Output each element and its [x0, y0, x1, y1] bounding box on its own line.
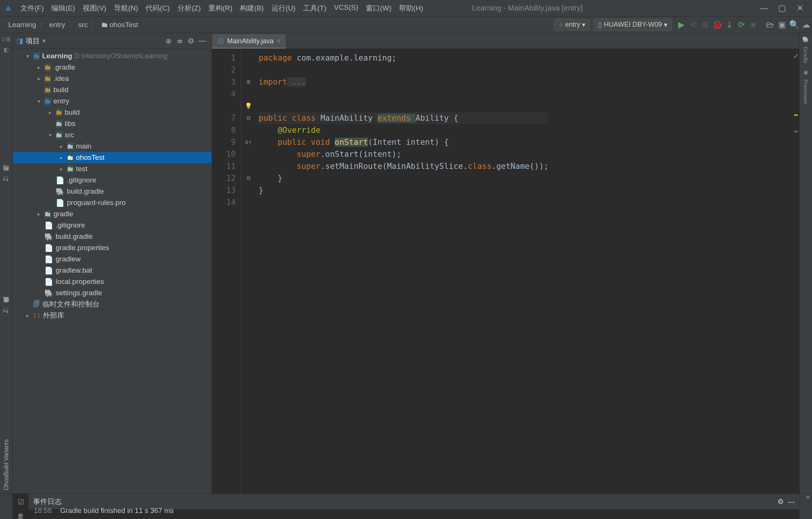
gradle-icon: 🐘: [56, 187, 65, 196]
file-icon: 📄: [56, 176, 65, 185]
fold-icon[interactable]: ⊟: [241, 172, 256, 184]
deveco-logo-icon: [5, 5, 12, 12]
breadcrumb-item[interactable]: Learning: [6, 21, 38, 29]
folder-icon: 🖿: [56, 131, 62, 139]
settings-gear-icon[interactable]: ⚙: [185, 36, 197, 46]
menu-item[interactable]: 代码(C): [142, 3, 173, 13]
tree-node[interactable]: 🐘settings.gradle: [13, 287, 212, 299]
breadcrumb-item[interactable]: 🖿ohosTest: [99, 21, 141, 29]
device-selector[interactable]: ▯ HUAWEI DBY-W09 ▾: [593, 19, 672, 31]
tree-node[interactable]: 📄.gitignore: [13, 220, 212, 231]
menu-item[interactable]: 帮助(H): [395, 3, 427, 13]
tree-node-selected[interactable]: ▸🖿ohosTest: [13, 152, 212, 163]
log-entry: 18:58Gradle build finished in 11 s 367 m…: [34, 503, 794, 519]
expand-all-icon[interactable]: ≑: [174, 36, 185, 46]
breadcrumb-item[interactable]: entry: [47, 21, 67, 29]
attach-debug-button[interactable]: ⤓: [723, 20, 735, 30]
menu-item[interactable]: 视图(V): [79, 3, 110, 13]
select-opened-file-icon[interactable]: ⊕: [163, 36, 174, 46]
tree-node[interactable]: ▸🖿gradle: [13, 208, 212, 220]
search-everywhere-icon[interactable]: 🔍: [788, 20, 800, 30]
tree-node-scratches[interactable]: 🗐临时文件和控制台: [13, 299, 212, 310]
navigation-bar: Learning〉 entry〉 src〉 🖿ohosTest ⟐ entry …: [0, 17, 812, 33]
menu-item[interactable]: VCS(S): [330, 3, 362, 13]
favorites-tool-stripe[interactable]: Z:收藏夹: [2, 308, 10, 313]
clear-icon[interactable]: 🗑: [17, 512, 24, 519]
gradle-tool-stripe-icon[interactable]: 🐘: [802, 36, 809, 43]
tree-node[interactable]: ▾🖿src: [13, 129, 212, 141]
run-button[interactable]: ▶: [675, 20, 687, 30]
open-project-icon[interactable]: 🗁: [764, 20, 776, 30]
breadcrumb-item[interactable]: src: [76, 21, 90, 29]
soft-wrap-icon[interactable]: ☑: [18, 498, 24, 506]
tree-node[interactable]: 🖿libs: [13, 118, 212, 129]
tree-node[interactable]: ▸🖿build: [13, 107, 212, 118]
previewer-tool-stripe[interactable]: Previewer: [803, 79, 809, 105]
structure-tool-stripe[interactable]: Z:结构: [2, 176, 10, 181]
gradle-icon: 🐘: [44, 289, 53, 297]
project-tool-stripe-numeric[interactable]: 1:项: [2, 36, 11, 43]
stop-button[interactable]: ■: [747, 20, 759, 30]
tree-node[interactable]: ▸🖿.idea: [13, 73, 212, 84]
left-tool-rail: 1:项 ◧ Z:结构 Z:收藏夹 OhosBuild Variants: [0, 33, 13, 493]
folder-icon: 🖿: [67, 154, 74, 162]
tree-node[interactable]: 🐘build.gradle: [13, 186, 212, 197]
gradle-tool-stripe[interactable]: Gradle: [803, 47, 809, 64]
tree-node-root[interactable]: ▾🖿LearningD:\HarmonyOS\demo\Learning: [13, 50, 212, 62]
menu-item[interactable]: 编辑(E): [47, 3, 79, 13]
menu-item[interactable]: 文件(F): [17, 3, 47, 13]
hide-tool-window-icon[interactable]: —: [197, 36, 208, 45]
code-editor[interactable]: 12347891011121314 ⊞ 💡 ⊟ o↑ ⊟ package com…: [212, 49, 799, 493]
profile-button[interactable]: ⟳: [735, 20, 747, 30]
minimize-button[interactable]: —: [755, 3, 773, 13]
project-icon: ◨: [17, 36, 23, 45]
maximize-button[interactable]: ▢: [773, 3, 791, 13]
tree-node[interactable]: ▸🖿.gradle: [13, 62, 212, 73]
tree-node[interactable]: 🖿build: [13, 84, 212, 96]
commit-tool-stripe-icon[interactable]: ◧: [4, 47, 9, 53]
menu-item[interactable]: 分析(Z): [174, 3, 205, 13]
folder-icon: 🖿: [67, 165, 74, 173]
tree-node[interactable]: ▸🖿test: [13, 163, 212, 175]
avd-manager-icon[interactable]: ▣: [776, 20, 788, 30]
tree-node[interactable]: ▸🖿main: [13, 141, 212, 152]
scratch-icon: 🗐: [33, 300, 40, 308]
tree-node[interactable]: 📄.gitignore: [13, 175, 212, 186]
previewer-tool-stripe-icon[interactable]: ◉: [803, 69, 808, 76]
tree-node[interactable]: 📄gradlew.bat: [13, 265, 212, 276]
chevron-down-icon: ▾: [664, 21, 667, 29]
menu-item[interactable]: 窗口(W): [362, 3, 395, 13]
rerun-button[interactable]: ⟲: [687, 20, 699, 30]
menu-item[interactable]: 工具(T): [299, 3, 330, 13]
tree-node-extlibs[interactable]: ▸⫶⫶外部库: [13, 310, 212, 321]
project-panel-title[interactable]: ◨ 项目 ▾: [17, 36, 46, 46]
tree-node[interactable]: 📄gradlew: [13, 253, 212, 265]
tree-node[interactable]: ▾🖿entry: [13, 96, 212, 107]
debug-button[interactable]: 🐞: [711, 20, 723, 30]
fold-icon[interactable]: ⊞: [241, 76, 256, 88]
chevron-down-icon: ▾: [582, 21, 585, 29]
menu-item[interactable]: 导航(N): [110, 3, 142, 13]
folder-icon: 🖿: [67, 143, 74, 150]
file-icon: 📄: [56, 199, 65, 207]
menu-item[interactable]: 运行(U): [268, 3, 299, 13]
tree-node[interactable]: 📄gradle.properties: [13, 242, 212, 253]
tree-node[interactable]: 📄local.properties: [13, 276, 212, 287]
editor-tab[interactable]: ⓒ MainAbility.java ×: [212, 34, 286, 49]
tree-node[interactable]: 🐘build.gradle: [13, 231, 212, 242]
fold-icon[interactable]: ⊟: [241, 112, 256, 124]
file-icon: 📄: [44, 221, 53, 230]
bulb-icon[interactable]: 💡: [241, 100, 256, 112]
run-config-selector[interactable]: ⟐ entry ▾: [554, 19, 590, 31]
close-button[interactable]: ✕: [791, 3, 809, 13]
menu-item[interactable]: 构建(B): [236, 3, 267, 13]
buildvariants-tool-stripe[interactable]: OhosBuild Variants: [3, 439, 10, 490]
close-tab-icon[interactable]: ×: [277, 37, 281, 45]
tree-node[interactable]: 📄proguard-rules.pro: [13, 197, 212, 208]
override-icon[interactable]: o↑: [241, 136, 256, 148]
device-icon: ▯: [598, 21, 602, 29]
codecc-icon[interactable]: ☁: [800, 20, 812, 30]
event-log-body[interactable]: 18:58Gradle build finished in 11 s 367 m…: [29, 502, 799, 519]
menu-item[interactable]: 重构(R): [205, 3, 236, 13]
coverage-button[interactable]: ≣: [699, 20, 711, 30]
